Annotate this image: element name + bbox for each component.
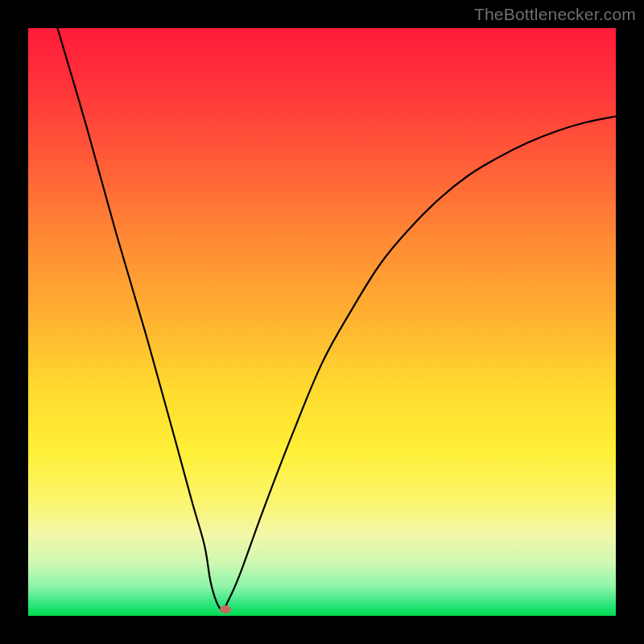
bottleneck-curve	[28, 28, 616, 616]
plot-area	[28, 28, 616, 616]
optimal-point-marker	[220, 605, 231, 613]
curve-path	[58, 28, 617, 610]
attribution-text: TheBottlenecker.com	[474, 5, 636, 24]
chart-stage: TheBottlenecker.com	[0, 0, 644, 644]
